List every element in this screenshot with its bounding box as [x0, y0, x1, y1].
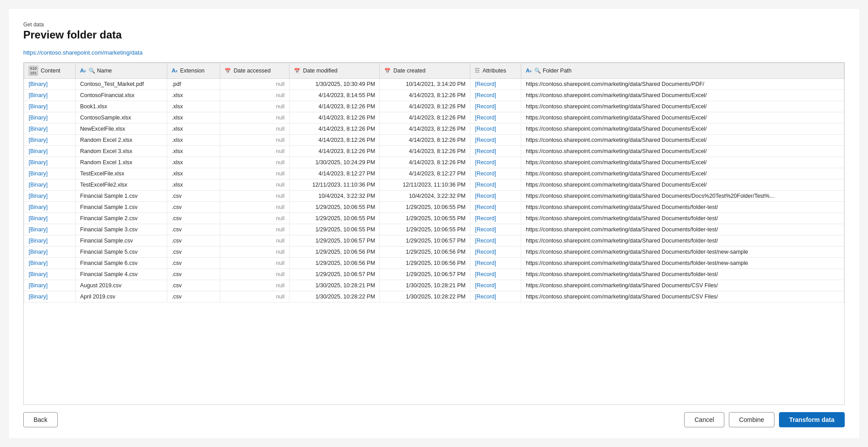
cell-content[interactable]: [Binary] [24, 146, 76, 157]
cell-extension: .xlsx [167, 101, 220, 112]
text-icon-path: Az [526, 68, 532, 74]
cell-date-modified: 4/14/2023, 8:12:26 PM [289, 123, 380, 135]
cell-content[interactable]: [Binary] [24, 224, 76, 235]
cell-attributes[interactable]: [Record] [470, 213, 521, 224]
cell-content[interactable]: [Binary] [24, 258, 76, 269]
cell-content[interactable]: [Binary] [24, 202, 76, 213]
cell-attributes[interactable]: [Record] [470, 168, 521, 179]
cell-folder-path: https://contoso.sharepoint.com/marketing… [521, 112, 844, 123]
cell-attributes[interactable]: [Record] [470, 90, 521, 101]
table-scroll-area[interactable]: 010101 Content Az 🔍 Name [24, 63, 844, 404]
cell-attributes[interactable]: [Record] [470, 146, 521, 157]
cell-content[interactable]: [Binary] [24, 123, 76, 135]
cell-extension: .xlsx [167, 135, 220, 146]
cell-content[interactable]: [Binary] [24, 90, 76, 101]
cell-attributes[interactable]: [Record] [470, 157, 521, 168]
cell-attributes[interactable]: [Record] [470, 179, 521, 191]
cell-attributes[interactable]: [Record] [470, 280, 521, 291]
cell-attributes[interactable]: [Record] [470, 79, 521, 90]
cell-extension: .csv [167, 224, 220, 235]
table-row: [Binary]Random Excel 3.xlsx.xlsxnull4/14… [24, 146, 844, 157]
table-row: [Binary]TestExcelFile2.xlsx.xlsxnull12/1… [24, 179, 844, 191]
cell-content[interactable]: [Binary] [24, 269, 76, 280]
cell-attributes[interactable]: [Record] [470, 101, 521, 112]
cancel-button[interactable]: Cancel [684, 412, 724, 427]
cell-content[interactable]: [Binary] [24, 280, 76, 291]
cell-date-accessed: null [220, 191, 289, 202]
cell-content[interactable]: [Binary] [24, 101, 76, 112]
cell-attributes[interactable]: [Record] [470, 291, 521, 302]
cell-date-created: 12/11/2023, 11:10:36 PM [380, 179, 470, 191]
cell-date-modified: 4/14/2023, 8:12:26 PM [289, 135, 380, 146]
cell-date-created: 10/4/2024, 3:22:32 PM [380, 191, 470, 202]
cell-attributes[interactable]: [Record] [470, 224, 521, 235]
combine-button[interactable]: Combine [729, 412, 774, 427]
cell-name: Financial Sample 2.csv [76, 213, 167, 224]
cell-folder-path: https://contoso.sharepoint.com/marketing… [521, 157, 844, 168]
cell-attributes[interactable]: [Record] [470, 112, 521, 123]
cell-attributes[interactable]: [Record] [470, 123, 521, 135]
cell-date-modified: 1/29/2025, 10:06:56 PM [289, 247, 380, 258]
col-header-attributes: ☷ Attributes [470, 63, 521, 79]
cell-date-created: 4/14/2023, 8:12:26 PM [380, 101, 470, 112]
folder-url[interactable]: https://contoso.sharepoint.com/marketing… [23, 49, 845, 56]
cell-content[interactable]: [Binary] [24, 235, 76, 247]
preview-table: 010101 Content Az 🔍 Name [24, 63, 844, 302]
cell-date-accessed: null [220, 90, 289, 101]
cell-attributes[interactable]: [Record] [470, 247, 521, 258]
grid-icon-attributes: ☷ [475, 68, 480, 74]
cell-content[interactable]: [Binary] [24, 168, 76, 179]
cell-date-created: 1/30/2025, 10:28:22 PM [380, 291, 470, 302]
cell-date-created: 4/14/2023, 8:12:26 PM [380, 157, 470, 168]
search-icon-name: 🔍 [89, 68, 95, 74]
cell-content[interactable]: [Binary] [24, 247, 76, 258]
cell-extension: .csv [167, 202, 220, 213]
cell-date-accessed: null [220, 224, 289, 235]
cell-content[interactable]: [Binary] [24, 191, 76, 202]
cell-date-created: 1/29/2025, 10:06:56 PM [380, 258, 470, 269]
cell-attributes[interactable]: [Record] [470, 269, 521, 280]
cell-folder-path: https://contoso.sharepoint.com/marketing… [521, 168, 844, 179]
cell-folder-path: https://contoso.sharepoint.com/marketing… [521, 123, 844, 135]
cell-date-modified: 1/29/2025, 10:06:56 PM [289, 258, 380, 269]
table-row: [Binary]Financial Sample 2.csv.csvnull1/… [24, 213, 844, 224]
cell-attributes[interactable]: [Record] [470, 135, 521, 146]
calendar-icon-created: 📅 [384, 68, 391, 74]
cell-name: Contoso_Test_Market.pdf [76, 79, 167, 90]
cell-name: ContosoFinancial.xlsx [76, 90, 167, 101]
cell-date-accessed: null [220, 235, 289, 247]
cell-attributes[interactable]: [Record] [470, 191, 521, 202]
cell-name: Financial Sample 3.csv [76, 224, 167, 235]
cell-extension: .xlsx [167, 168, 220, 179]
cell-content[interactable]: [Binary] [24, 157, 76, 168]
col-header-date-accessed: 📅 Date accessed [220, 63, 289, 79]
cell-content[interactable]: [Binary] [24, 135, 76, 146]
cell-date-modified: 4/14/2023, 8:12:26 PM [289, 146, 380, 157]
search-icon-path: 🔍 [534, 68, 541, 74]
cell-attributes[interactable]: [Record] [470, 202, 521, 213]
col-header-date-created: 📅 Date created [380, 63, 470, 79]
table-row: [Binary]ContosoFinancial.xlsx.xlsxnull4/… [24, 90, 844, 101]
cell-date-created: 4/14/2023, 8:12:26 PM [380, 135, 470, 146]
back-button[interactable]: Back [23, 412, 58, 427]
cell-attributes[interactable]: [Record] [470, 258, 521, 269]
cell-content[interactable]: [Binary] [24, 213, 76, 224]
cell-content[interactable]: [Binary] [24, 79, 76, 90]
cell-date-accessed: null [220, 168, 289, 179]
cell-name: Financial Sample 1.csv [76, 202, 167, 213]
cell-folder-path: https://contoso.sharepoint.com/marketing… [521, 90, 844, 101]
cell-date-created: 4/14/2023, 8:12:27 PM [380, 168, 470, 179]
cell-content[interactable]: [Binary] [24, 291, 76, 302]
cell-date-modified: 1/30/2025, 10:28:22 PM [289, 291, 380, 302]
transform-data-button[interactable]: Transform data [779, 412, 845, 427]
cell-content[interactable]: [Binary] [24, 112, 76, 123]
cell-date-modified: 1/29/2025, 10:06:57 PM [289, 235, 380, 247]
cell-date-created: 4/14/2023, 8:12:26 PM [380, 123, 470, 135]
cell-content[interactable]: [Binary] [24, 179, 76, 191]
cell-attributes[interactable]: [Record] [470, 235, 521, 247]
cell-date-created: 1/29/2025, 10:06:55 PM [380, 202, 470, 213]
cell-date-modified: 12/11/2023, 11:10:36 PM [289, 179, 380, 191]
footer-right: Cancel Combine Transform data [684, 412, 845, 427]
cell-name: NewExcelFile.xlsx [76, 123, 167, 135]
cell-date-accessed: null [220, 179, 289, 191]
